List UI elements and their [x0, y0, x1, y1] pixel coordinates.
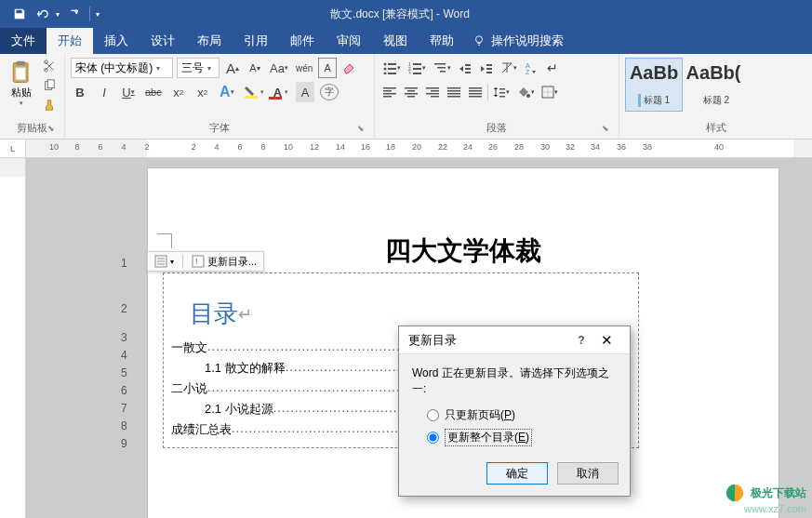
tab-layout[interactable]: 布局: [186, 28, 233, 54]
toc-options-button[interactable]: ▾: [152, 253, 177, 270]
increase-indent-button[interactable]: [477, 58, 496, 78]
align-right-button[interactable]: [423, 82, 442, 102]
subscript-button[interactable]: x2: [169, 82, 188, 102]
align-dist-icon: [469, 86, 482, 98]
italic-button[interactable]: I: [95, 82, 113, 102]
radio-entire-toc[interactable]: [427, 432, 439, 444]
tab-insert[interactable]: 插入: [93, 28, 140, 54]
shading-button[interactable]: ▾: [514, 82, 537, 102]
svg-rect-57: [193, 256, 204, 267]
svg-rect-43: [469, 90, 482, 92]
align-right-icon: [426, 86, 439, 98]
asian-layout-button[interactable]: ▾: [499, 58, 519, 78]
sort-button[interactable]: AZ: [522, 58, 540, 78]
decrease-indent-button[interactable]: [456, 58, 474, 78]
svg-text:Z: Z: [526, 69, 530, 74]
phonetic-guide-button[interactable]: wén: [294, 58, 314, 78]
tab-file[interactable]: 文件: [0, 28, 47, 54]
numbering-button[interactable]: 123▾: [406, 58, 428, 78]
clipboard-launcher[interactable]: ⬊: [46, 124, 57, 135]
line-spacing-button[interactable]: ▾: [491, 82, 512, 102]
superscript-button[interactable]: x2: [193, 82, 212, 102]
ribbon-tabs: 文件 开始 插入 设计 布局 引用 邮件 审阅 视图 帮助 操作说明搜索: [0, 28, 812, 54]
char-border-button[interactable]: A: [318, 58, 337, 78]
svg-rect-36: [426, 93, 439, 95]
tab-review[interactable]: 审阅: [326, 28, 372, 54]
bold-button[interactable]: B: [71, 82, 89, 102]
borders-button[interactable]: ▾: [539, 82, 560, 102]
copy-icon: [43, 79, 56, 92]
font-group-label: 字体: [209, 122, 230, 133]
change-case-button[interactable]: Aa▾: [268, 58, 290, 78]
text-effects-button[interactable]: A▾: [218, 82, 236, 102]
toc-update-button[interactable]: ! 更新目录...: [189, 253, 260, 271]
font-launcher[interactable]: ⬊: [355, 124, 366, 135]
svg-point-11: [384, 68, 387, 71]
show-marks-button[interactable]: ↵: [543, 58, 562, 78]
ruler-corner[interactable]: L: [0, 139, 26, 157]
tab-view[interactable]: 视图: [372, 28, 419, 54]
radio-page-numbers[interactable]: [427, 409, 439, 421]
align-left-button[interactable]: [380, 82, 399, 102]
vertical-ruler[interactable]: [0, 158, 26, 518]
svg-rect-29: [383, 96, 392, 98]
char-shading-button[interactable]: A: [296, 82, 314, 102]
svg-rect-40: [447, 93, 460, 95]
enclose-char-button[interactable]: 字: [320, 84, 339, 100]
shrink-font-button[interactable]: A▾: [246, 58, 264, 78]
svg-rect-48: [499, 96, 505, 98]
multilevel-list-button[interactable]: ▾: [431, 58, 453, 78]
align-distribute-button[interactable]: [466, 82, 485, 102]
align-justify-button[interactable]: [445, 82, 463, 102]
copy-button[interactable]: [40, 77, 59, 94]
tab-references[interactable]: 引用: [233, 28, 279, 54]
dialog-titlebar[interactable]: 更新目录 ? ✕: [399, 326, 630, 354]
clear-format-button[interactable]: [340, 58, 359, 78]
horizontal-ruler[interactable]: L 10 8 6 4 2 2 4 6 8 10 12 14 16 18 20 2…: [0, 139, 812, 158]
bullets-button[interactable]: ▾: [380, 58, 403, 78]
svg-rect-28: [383, 93, 396, 95]
paste-button[interactable]: 粘贴 ▾: [6, 58, 36, 109]
dialog-close-button[interactable]: ✕: [592, 332, 620, 349]
strikethrough-button[interactable]: abc: [143, 82, 164, 102]
option-update-entire-toc[interactable]: 更新整个目录(E): [412, 426, 617, 449]
cancel-button[interactable]: 取消: [557, 462, 619, 485]
tab-home[interactable]: 开始: [47, 28, 93, 54]
bulb-icon: [473, 34, 486, 47]
style-heading1[interactable]: AaBb 标题 1: [625, 58, 683, 112]
style-heading2[interactable]: AaBb( 标题 2: [685, 58, 742, 112]
align-center-button[interactable]: [402, 82, 420, 102]
paragraph-launcher[interactable]: ⬊: [600, 124, 611, 135]
save-icon[interactable]: [9, 4, 30, 24]
align-center-icon: [405, 86, 418, 98]
font-name-combo[interactable]: 宋体 (中文标题)▾: [71, 58, 173, 78]
underline-button[interactable]: U▾: [119, 82, 138, 102]
tab-design[interactable]: 设计: [140, 28, 186, 54]
highlight-icon: [244, 85, 260, 100]
svg-rect-7: [47, 80, 54, 88]
ribbon: 粘贴 ▾ 剪贴板⬊ 宋体 (中文标题)▾ 三号▾ A▴ A▾ Aa▾ wén A: [0, 54, 812, 139]
group-clipboard: 粘贴 ▾ 剪贴板⬊: [0, 54, 65, 139]
highlight-button[interactable]: ▾: [242, 82, 266, 102]
undo-icon[interactable]: [32, 4, 52, 24]
undo-dropdown-caret[interactable]: ▾: [54, 10, 61, 19]
format-painter-button[interactable]: [40, 97, 59, 113]
font-size-combo[interactable]: 三号▾: [177, 58, 220, 78]
svg-rect-26: [383, 87, 396, 89]
dialog-help-button[interactable]: ?: [570, 334, 592, 347]
quick-access-toolbar: ▾ ▾: [0, 4, 100, 24]
svg-rect-20: [413, 73, 421, 74]
svg-rect-27: [383, 90, 392, 92]
tab-help[interactable]: 帮助: [419, 28, 465, 54]
redo-icon[interactable]: [63, 4, 84, 24]
svg-rect-38: [447, 87, 460, 89]
option-update-page-numbers[interactable]: 只更新页码(P): [412, 405, 617, 426]
svg-rect-46: [499, 88, 505, 90]
tab-mailings[interactable]: 邮件: [279, 28, 326, 54]
style-preview: AaBb(: [686, 62, 741, 84]
font-color-button[interactable]: A▾: [272, 82, 290, 102]
grow-font-button[interactable]: A▴: [223, 58, 242, 78]
tell-me-search[interactable]: 操作说明搜索: [473, 28, 564, 54]
ok-button[interactable]: 确定: [486, 462, 548, 485]
cut-button[interactable]: [40, 58, 59, 74]
